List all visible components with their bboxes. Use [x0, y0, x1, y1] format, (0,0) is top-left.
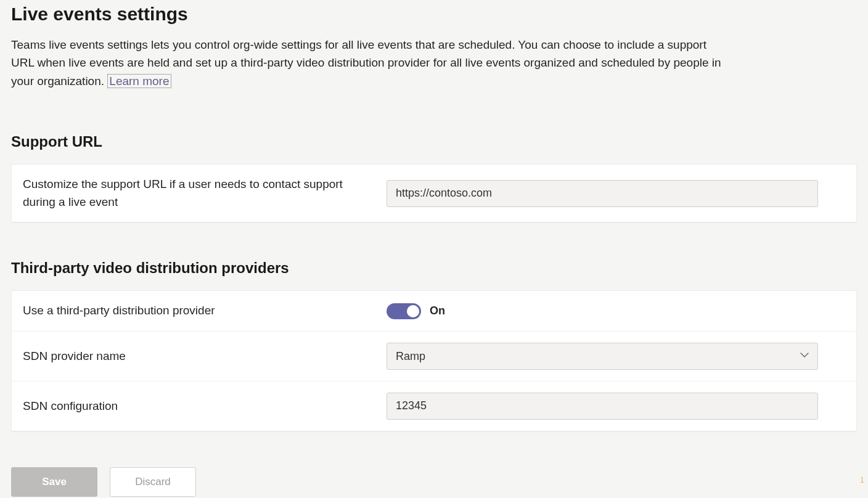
use-provider-label: Use a third-party distribution provider: [23, 302, 387, 320]
sdn-provider-select[interactable]: Ramp: [387, 343, 818, 370]
page-title: Live events settings: [11, 0, 857, 25]
support-url-control: [387, 180, 845, 207]
discard-button[interactable]: Discard: [110, 467, 196, 497]
support-url-label: Customize the support URL if a user need…: [23, 176, 387, 211]
use-provider-toggle[interactable]: [387, 303, 421, 319]
support-url-heading: Support URL: [11, 133, 857, 150]
support-url-card: Customize the support URL if a user need…: [11, 164, 857, 222]
use-provider-row: Use a third-party distribution provider …: [12, 291, 856, 332]
use-provider-control: On: [387, 303, 845, 319]
third-party-heading: Third-party video distribution providers: [11, 259, 857, 277]
third-party-card: Use a third-party distribution provider …: [11, 290, 857, 431]
sdn-config-input[interactable]: [387, 393, 818, 420]
sdn-provider-label: SDN provider name: [23, 348, 387, 365]
save-button[interactable]: Save: [11, 467, 97, 497]
sdn-provider-control: Ramp: [387, 343, 845, 370]
action-bar: Save Discard: [11, 467, 857, 497]
corner-text: 1: [860, 475, 864, 484]
sdn-config-row: SDN configuration: [12, 382, 856, 431]
page-description: Teams live events settings lets you cont…: [11, 36, 732, 90]
support-url-row: Customize the support URL if a user need…: [12, 165, 856, 222]
learn-more-link[interactable]: Learn more: [107, 74, 171, 88]
support-url-input[interactable]: [387, 180, 818, 207]
sdn-config-label: SDN configuration: [23, 398, 387, 415]
sdn-config-control: [387, 393, 845, 420]
toggle-knob: [407, 305, 419, 317]
sdn-provider-row: SDN provider name Ramp: [12, 332, 856, 382]
use-provider-state: On: [430, 304, 445, 317]
